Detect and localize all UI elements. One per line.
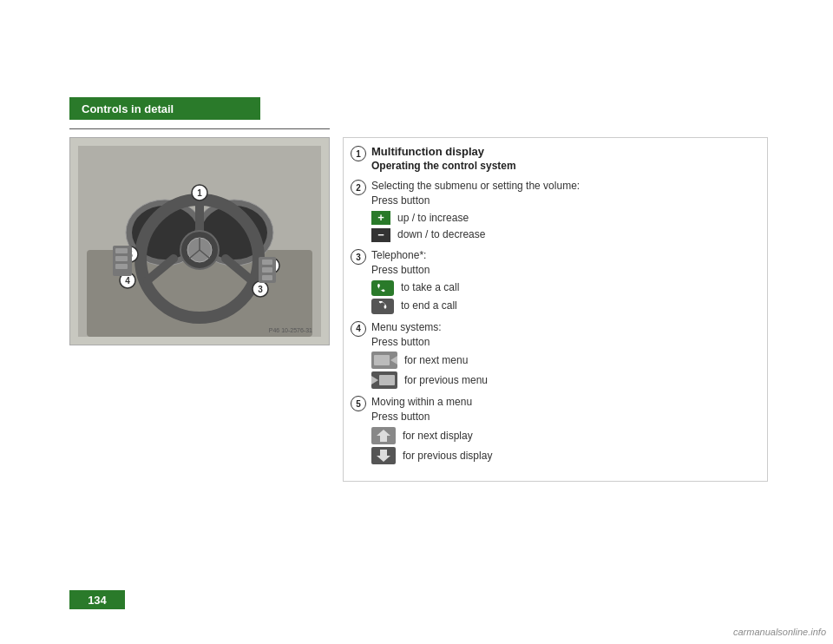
svg-rect-27 (262, 267, 272, 273)
plus-label: up / to increase (397, 211, 469, 226)
svg-rect-30 (115, 248, 128, 253)
info-content-3: Telephone*: Press button to take a call … (371, 248, 757, 317)
prev-display-label: for previous display (403, 449, 492, 463)
info-item-1: 1 Multifunction display Operating the co… (351, 145, 757, 175)
next-display-label: for next display (403, 429, 473, 444)
svg-rect-35 (374, 355, 390, 365)
watermark-text: carmanualsonline.info (733, 627, 826, 637)
svg-text:4: 4 (125, 276, 130, 286)
circle-5: 5 (351, 396, 366, 411)
info-item-2: 2 Selecting the submenu or setting the v… (351, 179, 757, 245)
btn-row-minus: − down / to decrease (371, 227, 757, 242)
btn-row-next-menu: for next menu (371, 352, 757, 369)
circle-3: 3 (351, 249, 366, 265)
minus-icon: − (371, 228, 390, 242)
steering-wheel-svg: 1 2 3 4 5 P46 10-2576-31 (78, 146, 321, 337)
info-item-4: 4 Menu systems: Press button for next me… (351, 320, 757, 392)
svg-text:P46 10-2576-31: P46 10-2576-31 (269, 327, 312, 333)
menu-fwd-icon (371, 352, 397, 369)
info-item-5: 5 Moving within a menu Press button for … (351, 395, 757, 467)
circle-4: 4 (351, 321, 366, 337)
item3-subtitle: Press button (371, 263, 757, 278)
page-number: 134 (69, 590, 125, 609)
btn-row-plus: + up / to increase (371, 211, 757, 226)
take-call-label: to take a call (401, 280, 459, 295)
item1-subtitle: Operating the control system (371, 160, 757, 172)
info-content-1: Multifunction display Operating the cont… (371, 145, 757, 175)
prev-display-button (371, 447, 396, 464)
prev-menu-label: for previous menu (404, 373, 488, 388)
display-prev-icon (371, 447, 396, 464)
item5-subtitle: Press button (371, 410, 757, 424)
display-next-icon (371, 427, 396, 444)
page-number-text: 134 (88, 594, 107, 607)
next-display-button (371, 427, 396, 444)
next-menu-label: for next menu (404, 353, 468, 368)
btn-row-end-call: to end a call (371, 299, 757, 314)
minus-button: − (371, 228, 390, 242)
steering-wheel-image: 1 2 3 4 5 P46 10-2576-31 (69, 137, 330, 345)
plus-button: + (371, 211, 390, 225)
item1-title: Multifunction display (371, 145, 757, 158)
svg-rect-26 (262, 260, 272, 265)
btn-row-prev-display: for previous display (371, 447, 757, 464)
info-content-4: Menu systems: Press button for next menu (371, 320, 757, 392)
svg-rect-38 (379, 375, 395, 385)
top-rule (69, 128, 330, 129)
circle-1: 1 (351, 146, 366, 161)
item4-title: Menu systems: (371, 320, 757, 335)
take-call-button (371, 280, 394, 296)
section-header: Controls in detail (69, 97, 260, 120)
svg-text:1: 1 (197, 188, 202, 198)
item2-subtitle: Press button (371, 194, 757, 208)
btn-row-prev-menu: for previous menu (371, 371, 757, 389)
item5-title: Moving within a menu (371, 395, 757, 410)
plus-icon: + (371, 211, 390, 225)
end-call-button (371, 299, 394, 314)
svg-rect-31 (115, 256, 128, 261)
svg-rect-32 (115, 264, 128, 269)
btn-row-take-call: to take a call (371, 280, 757, 296)
phone-green-icon (371, 280, 394, 296)
minus-label: down / to decrease (397, 227, 485, 242)
svg-text:3: 3 (258, 285, 263, 294)
phone-dark-icon (371, 299, 394, 314)
info-content-5: Moving within a menu Press button for ne… (371, 395, 757, 467)
prev-menu-button (371, 371, 397, 389)
watermark: carmanualsonline.info (733, 627, 826, 637)
next-menu-button (371, 352, 397, 369)
end-call-label: to end a call (401, 299, 457, 313)
info-item-3: 3 Telephone*: Press button to take a cal… (351, 248, 757, 317)
item4-subtitle: Press button (371, 335, 757, 350)
menu-back-icon (371, 371, 397, 389)
circle-2: 2 (351, 180, 366, 195)
item3-title: Telephone*: (371, 248, 757, 263)
info-content-2: Selecting the submenu or setting the vol… (371, 179, 757, 245)
info-panel: 1 Multifunction display Operating the co… (343, 137, 768, 482)
btn-row-next-display: for next display (371, 427, 757, 444)
svg-rect-28 (262, 275, 272, 280)
item2-title: Selecting the submenu or setting the vol… (371, 179, 757, 194)
section-header-title: Controls in detail (82, 102, 174, 115)
